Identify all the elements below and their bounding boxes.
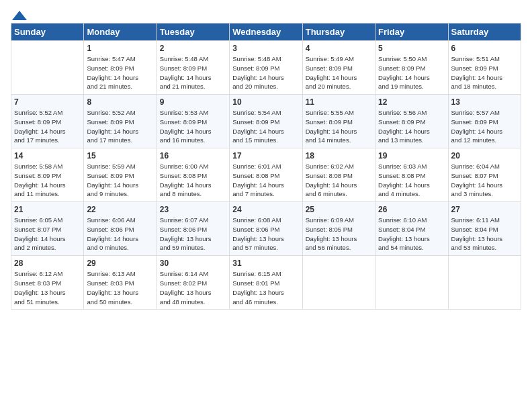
svg-marker-0 [12, 11, 27, 20]
day-cell: 1Sunrise: 5:47 AM Sunset: 8:09 PM Daylig… [84, 41, 157, 95]
day-cell [448, 256, 521, 310]
day-number: 19 [378, 151, 445, 161]
day-number: 25 [306, 205, 372, 214]
day-info: Sunrise: 6:06 AM Sunset: 8:06 PM Dayligh… [87, 216, 153, 253]
day-info: Sunrise: 6:09 AM Sunset: 8:05 PM Dayligh… [306, 216, 372, 253]
day-number: 7 [14, 97, 81, 107]
day-number: 24 [232, 205, 299, 214]
day-info: Sunrise: 6:14 AM Sunset: 8:02 PM Dayligh… [160, 269, 226, 306]
week-row-3: 14Sunrise: 5:58 AM Sunset: 8:09 PM Dayli… [11, 148, 521, 202]
logo [11, 11, 27, 17]
day-number: 6 [451, 44, 518, 53]
day-info: Sunrise: 6:11 AM Sunset: 8:04 PM Dayligh… [451, 216, 518, 253]
day-cell: 2Sunrise: 5:48 AM Sunset: 8:09 PM Daylig… [157, 41, 229, 95]
day-cell: 5Sunrise: 5:50 AM Sunset: 8:09 PM Daylig… [375, 41, 448, 95]
day-number: 26 [378, 205, 445, 214]
day-info: Sunrise: 5:59 AM Sunset: 8:09 PM Dayligh… [87, 162, 153, 199]
day-info: Sunrise: 6:05 AM Sunset: 8:07 PM Dayligh… [14, 216, 81, 253]
day-cell: 24Sunrise: 6:08 AM Sunset: 8:06 PM Dayli… [230, 202, 302, 256]
day-cell: 21Sunrise: 6:05 AM Sunset: 8:07 PM Dayli… [11, 202, 84, 256]
day-cell: 6Sunrise: 5:51 AM Sunset: 8:09 PM Daylig… [448, 41, 521, 95]
day-number: 15 [87, 151, 153, 161]
day-cell: 19Sunrise: 6:03 AM Sunset: 8:08 PM Dayli… [375, 148, 448, 202]
day-cell: 14Sunrise: 5:58 AM Sunset: 8:09 PM Dayli… [11, 148, 84, 202]
day-info: Sunrise: 5:48 AM Sunset: 8:09 PM Dayligh… [232, 54, 299, 91]
day-info: Sunrise: 6:13 AM Sunset: 8:03 PM Dayligh… [87, 269, 153, 306]
week-row-2: 7Sunrise: 5:52 AM Sunset: 8:09 PM Daylig… [11, 95, 521, 148]
day-number: 17 [232, 151, 299, 161]
day-cell: 20Sunrise: 6:04 AM Sunset: 8:07 PM Dayli… [448, 148, 521, 202]
day-number: 5 [378, 44, 445, 53]
day-info: Sunrise: 6:08 AM Sunset: 8:06 PM Dayligh… [232, 216, 299, 253]
day-info: Sunrise: 6:10 AM Sunset: 8:04 PM Dayligh… [378, 216, 445, 253]
day-info: Sunrise: 5:49 AM Sunset: 8:09 PM Dayligh… [306, 54, 372, 91]
day-cell: 29Sunrise: 6:13 AM Sunset: 8:03 PM Dayli… [84, 256, 157, 310]
day-info: Sunrise: 5:52 AM Sunset: 8:09 PM Dayligh… [87, 108, 153, 145]
day-number: 14 [14, 151, 81, 161]
page-header [11, 11, 521, 17]
day-number: 31 [232, 259, 299, 268]
day-info: Sunrise: 6:01 AM Sunset: 8:08 PM Dayligh… [232, 162, 299, 199]
day-number: 3 [232, 44, 299, 53]
day-number: 23 [160, 205, 226, 214]
day-cell: 7Sunrise: 5:52 AM Sunset: 8:09 PM Daylig… [11, 95, 84, 148]
calendar-body: 1Sunrise: 5:47 AM Sunset: 8:09 PM Daylig… [11, 41, 521, 310]
day-number: 20 [451, 151, 518, 161]
day-cell: 10Sunrise: 5:54 AM Sunset: 8:09 PM Dayli… [230, 95, 302, 148]
day-number: 1 [87, 44, 153, 53]
col-header-wednesday: Wednesday [230, 24, 302, 41]
day-info: Sunrise: 5:53 AM Sunset: 8:09 PM Dayligh… [160, 108, 226, 145]
day-cell: 8Sunrise: 5:52 AM Sunset: 8:09 PM Daylig… [84, 95, 157, 148]
day-cell: 13Sunrise: 5:57 AM Sunset: 8:09 PM Dayli… [448, 95, 521, 148]
day-cell: 11Sunrise: 5:55 AM Sunset: 8:09 PM Dayli… [302, 95, 375, 148]
day-cell: 12Sunrise: 5:56 AM Sunset: 8:09 PM Dayli… [375, 95, 448, 148]
day-cell: 9Sunrise: 5:53 AM Sunset: 8:09 PM Daylig… [157, 95, 229, 148]
day-info: Sunrise: 5:47 AM Sunset: 8:09 PM Dayligh… [87, 54, 153, 91]
day-info: Sunrise: 5:55 AM Sunset: 8:09 PM Dayligh… [306, 108, 372, 145]
day-info: Sunrise: 5:54 AM Sunset: 8:09 PM Dayligh… [232, 108, 299, 145]
day-number: 16 [160, 151, 226, 161]
day-number: 13 [451, 97, 518, 107]
day-info: Sunrise: 6:15 AM Sunset: 8:01 PM Dayligh… [232, 269, 299, 306]
day-cell: 16Sunrise: 6:00 AM Sunset: 8:08 PM Dayli… [157, 148, 229, 202]
day-cell: 17Sunrise: 6:01 AM Sunset: 8:08 PM Dayli… [230, 148, 302, 202]
day-info: Sunrise: 5:51 AM Sunset: 8:09 PM Dayligh… [451, 54, 518, 91]
day-info: Sunrise: 5:56 AM Sunset: 8:09 PM Dayligh… [378, 108, 445, 145]
day-cell: 27Sunrise: 6:11 AM Sunset: 8:04 PM Dayli… [448, 202, 521, 256]
day-cell: 30Sunrise: 6:14 AM Sunset: 8:02 PM Dayli… [157, 256, 229, 310]
day-number: 29 [87, 259, 153, 268]
day-number: 11 [306, 97, 372, 107]
day-cell: 15Sunrise: 5:59 AM Sunset: 8:09 PM Dayli… [84, 148, 157, 202]
day-cell: 22Sunrise: 6:06 AM Sunset: 8:06 PM Dayli… [84, 202, 157, 256]
day-info: Sunrise: 5:58 AM Sunset: 8:09 PM Dayligh… [14, 162, 81, 199]
day-cell [11, 41, 84, 95]
day-cell: 31Sunrise: 6:15 AM Sunset: 8:01 PM Dayli… [230, 256, 302, 310]
week-row-5: 28Sunrise: 6:12 AM Sunset: 8:03 PM Dayli… [11, 256, 521, 310]
col-header-friday: Friday [375, 24, 448, 41]
col-header-tuesday: Tuesday [157, 24, 229, 41]
day-info: Sunrise: 6:03 AM Sunset: 8:08 PM Dayligh… [378, 162, 445, 199]
day-info: Sunrise: 6:12 AM Sunset: 8:03 PM Dayligh… [14, 269, 81, 306]
day-number: 30 [160, 259, 226, 268]
day-number: 21 [14, 205, 81, 214]
day-number: 2 [160, 44, 226, 53]
col-header-thursday: Thursday [302, 24, 375, 41]
day-cell: 18Sunrise: 6:02 AM Sunset: 8:08 PM Dayli… [302, 148, 375, 202]
day-number: 18 [306, 151, 372, 161]
day-cell [302, 256, 375, 310]
calendar-table: SundayMondayTuesdayWednesdayThursdayFrid… [11, 23, 521, 310]
logo-icon [12, 11, 27, 20]
day-cell: 4Sunrise: 5:49 AM Sunset: 8:09 PM Daylig… [302, 41, 375, 95]
day-cell: 26Sunrise: 6:10 AM Sunset: 8:04 PM Dayli… [375, 202, 448, 256]
day-number: 9 [160, 97, 226, 107]
day-info: Sunrise: 6:00 AM Sunset: 8:08 PM Dayligh… [160, 162, 226, 199]
day-cell: 3Sunrise: 5:48 AM Sunset: 8:09 PM Daylig… [230, 41, 302, 95]
day-info: Sunrise: 6:04 AM Sunset: 8:07 PM Dayligh… [451, 162, 518, 199]
col-header-monday: Monday [84, 24, 157, 41]
day-number: 12 [378, 97, 445, 107]
day-info: Sunrise: 5:50 AM Sunset: 8:09 PM Dayligh… [378, 54, 445, 91]
week-row-1: 1Sunrise: 5:47 AM Sunset: 8:09 PM Daylig… [11, 41, 521, 95]
day-number: 8 [87, 97, 153, 107]
week-row-4: 21Sunrise: 6:05 AM Sunset: 8:07 PM Dayli… [11, 202, 521, 256]
day-number: 10 [232, 97, 299, 107]
